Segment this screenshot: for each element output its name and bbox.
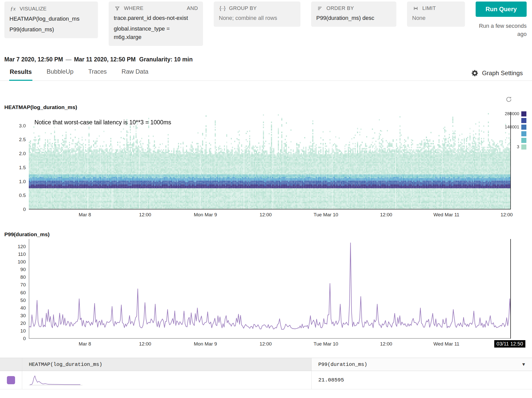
heatmap-color-legend: 2800001400013 — [505, 111, 526, 150]
heatmap-column-label: HEATMAP(log_duration_ms) — [29, 362, 102, 367]
p99-column-label: P99(duration_ms) — [318, 362, 367, 367]
granularity-label: Granularity: 10 min — [139, 56, 193, 63]
series-swatch-cell[interactable] — [0, 371, 22, 389]
y-axis-tick-label: 20 — [20, 321, 26, 326]
latency-heatmap-canvas[interactable] — [29, 112, 511, 209]
group-by-panel[interactable]: {··} GROUP BY None; combine all rows — [214, 2, 300, 27]
y-axis-tick-label: 100 — [18, 259, 26, 265]
heatmap-legend-entry — [505, 118, 526, 123]
where-conjunction[interactable]: AND — [187, 5, 198, 11]
group-by-header: {··} GROUP BY — [219, 5, 295, 11]
visualize-header: ƒx VISUALIZE — [9, 5, 93, 12]
y-axis-tick-label: 2.5 — [19, 137, 26, 142]
results-table: HEATMAP(log_duration_ms) P99(duration_ms… — [0, 358, 532, 389]
x-axis-tick-label: Mon Mar 9 — [194, 341, 217, 347]
limit-header: LIMIT — [412, 5, 460, 11]
heatmap-chart-section: HEATMAP(log_duration_ms) Notice that wor… — [0, 104, 532, 220]
y-axis-tick-label: 2.0 — [19, 151, 26, 156]
filter-funnel-icon — [114, 6, 121, 11]
heatmap-plot: Notice that worst-case tail latency is 1… — [29, 112, 511, 209]
tab-results[interactable]: Results — [9, 66, 32, 81]
heatmap-annotation: Notice that worst-case tail latency is 1… — [34, 119, 171, 126]
y-axis-tick-label: 60 — [20, 290, 26, 296]
p99-chart-section: P99(duration_ms) 03/11 12:50 12011010090… — [0, 231, 532, 350]
x-axis-tick-label: Wed Mar 11 — [433, 212, 459, 218]
heatmap-column-header[interactable]: HEATMAP(log_duration_ms) — [22, 358, 312, 371]
visualize-panel[interactable]: ƒx VISUALIZE HEATMAP(log_duration_ms P99… — [4, 2, 98, 38]
p99-value-cell: 21.08595 — [312, 371, 532, 389]
x-axis-tick-label: Tue Mar 10 — [314, 341, 338, 347]
run-status-text: Run a few seconds ago — [476, 22, 527, 38]
gear-icon — [471, 69, 479, 77]
p99-plot: 03/11 12:50 1201101009080706050403020100… — [29, 239, 511, 339]
y-axis-tick-label: 50 — [20, 298, 26, 303]
where-label: WHERE — [124, 5, 143, 11]
x-axis-tick-label: 12:00 — [139, 212, 151, 218]
y-axis-tick-label: 30 — [20, 313, 26, 319]
heatmap-legend-entry: 3 — [505, 144, 526, 150]
y-axis-tick-label: 0.5 — [19, 193, 26, 198]
y-axis-tick-label: 40 — [20, 305, 26, 311]
order-by-value[interactable]: P99(duration_ms) desc — [316, 14, 391, 22]
query-builder-bar: ƒx VISUALIZE HEATMAP(log_duration_ms P99… — [0, 0, 532, 46]
distribution-sparkline-canvas — [29, 374, 82, 386]
limit-label: LIMIT — [422, 5, 436, 11]
heatmap-chart-title: HEATMAP(log_duration_ms) — [4, 104, 532, 112]
group-by-label: GROUP BY — [229, 5, 257, 11]
cursor-time-label: 03/11 12:50 — [494, 340, 525, 348]
y-axis-tick-label: 110 — [18, 251, 26, 257]
tab-traces[interactable]: Traces — [88, 65, 107, 81]
limit-icon — [412, 6, 419, 11]
visualize-label: VISUALIZE — [20, 6, 47, 12]
y-axis-tick-label: 80 — [20, 274, 26, 280]
where-clause[interactable]: global.instance_type = m6g.xlarge — [114, 24, 198, 41]
table-row[interactable]: 21.08595 — [0, 371, 532, 389]
sort-lines-icon — [316, 6, 323, 11]
x-axis-tick-label: Mar 8 — [79, 212, 91, 218]
tab-bubbleup[interactable]: BubbleUp — [46, 65, 74, 81]
graph-settings-label: Graph Settings — [482, 70, 523, 77]
y-axis-tick-label: 120 — [18, 244, 26, 249]
heatmap-legend-entry — [505, 131, 526, 136]
distribution-sparkline-cell — [22, 371, 312, 389]
x-axis-tick-label: Mon Mar 9 — [194, 212, 217, 218]
heatmap-legend-entry: 280000 — [505, 111, 526, 116]
graph-settings-button[interactable]: Graph Settings — [471, 69, 523, 81]
time-range-picker[interactable]: Mar 7 2020, 12:50 PM—Mar 11 2020, 12:50 … — [4, 56, 532, 63]
where-panel[interactable]: WHERE AND trace.parent_id does-not-exist… — [109, 2, 203, 46]
series-color-swatch[interactable] — [7, 376, 15, 384]
x-axis-tick-label: 12:00 — [139, 341, 151, 347]
y-axis-tick-label: 3.0 — [19, 123, 26, 129]
x-axis-tick-label: 12:00 — [260, 341, 272, 347]
visualize-clause[interactable]: P99(duration_ms) — [9, 25, 93, 34]
x-axis-tick-label: Tue Mar 10 — [314, 212, 338, 218]
results-table-header: HEATMAP(log_duration_ms) P99(duration_ms… — [0, 358, 532, 371]
y-axis-tick-label: 1.5 — [19, 165, 26, 170]
y-axis-tick-label: 1.0 — [19, 179, 26, 184]
time-range-end: Mar 11 2020, 12:50 PM — [74, 56, 136, 63]
y-axis-tick-label: 90 — [20, 267, 26, 272]
order-by-label: ORDER BY — [326, 5, 354, 11]
sort-caret-icon[interactable]: ▼ — [521, 362, 526, 367]
where-clause[interactable]: trace.parent_id does-not-exist — [114, 14, 198, 22]
run-query-button[interactable]: Run Query — [476, 2, 527, 17]
p99-column-header[interactable]: P99(duration_ms) ▼ — [312, 358, 532, 371]
x-axis-tick-label: Wed Mar 11 — [433, 341, 459, 347]
time-range-start: Mar 7 2020, 12:50 PM — [4, 56, 63, 63]
limit-value[interactable]: None — [412, 14, 460, 22]
visualize-clause[interactable]: HEATMAP(log_duration_ms — [9, 15, 93, 23]
y-axis-tick-label: 0 — [23, 207, 26, 212]
limit-panel[interactable]: LIMIT None — [407, 2, 465, 27]
group-by-value[interactable]: None; combine all rows — [219, 14, 295, 22]
x-axis-tick-label: 12:00 — [380, 341, 392, 347]
select-column-header — [0, 358, 22, 371]
group-by-icon: {··} — [219, 5, 226, 11]
p99-line-canvas[interactable] — [29, 239, 511, 339]
y-axis-tick-label: 0 — [23, 336, 26, 341]
order-by-header: ORDER BY — [316, 5, 391, 11]
tab-raw-data[interactable]: Raw Data — [121, 65, 149, 81]
query-results-page: ƒx VISUALIZE HEATMAP(log_duration_ms P99… — [0, 0, 532, 389]
order-by-panel[interactable]: ORDER BY P99(duration_ms) desc — [311, 2, 396, 27]
time-range-separator: — — [63, 56, 74, 63]
reset-zoom-icon[interactable] — [505, 96, 512, 104]
